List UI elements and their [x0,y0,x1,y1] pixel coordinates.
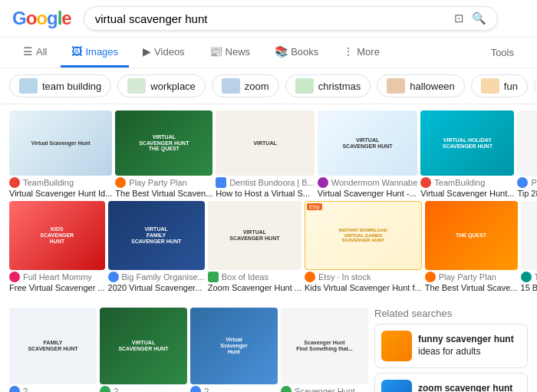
card-source-b1: ? [9,386,97,392]
all-icon: ☰ [23,45,33,58]
camera-icon[interactable]: ⊡ [454,12,464,25]
card-title-r2c6: 15 Best Virtual Scavenger H... [521,283,537,292]
image-r1c6: SCAVENGERHUNT [517,110,537,176]
news-icon: 📰 [209,45,222,58]
card-title-r2c3: Zoom Scavenger Hunt ... [208,283,301,292]
favicon-r1c5 [420,177,431,188]
image-card-r1c2[interactable]: VIRTUALSCAVENGER HUNTTHE QUEST Play Part… [115,110,212,198]
image-card-r1c4[interactable]: VIRTUALSCAVENGER HUNT Wondermom Wannabe … [318,110,418,198]
card-title-r2c5: The Best Virtual Scave... [425,283,518,292]
card-source-b4: Scavenger Hunt [281,386,368,392]
card-title-r1c1: Virtual Scavenger Hunt Id... [9,189,112,198]
image-card-b2[interactable]: VIRTUALSCAVENGER HUNT ? [100,308,187,392]
related-searches-title: Related searches [374,308,528,319]
tabs-bar: ☰ All 🖼 Images ▶ Videos 📰 News 📚 Books ⋮… [0,38,537,68]
related-text-2: zoom scavenger hunt for adults [418,383,521,392]
cat-thumb-zoom [222,78,240,94]
favicon-b1 [9,386,20,392]
image-card-b1[interactable]: FAMILYSCAVENGER HUNT ? [9,308,97,392]
image-card-r2c1[interactable]: KIDSSCAVENGERHUNT Full Heart Mommy Free … [9,201,105,292]
search-input[interactable] [95,12,448,25]
card-source-b2: ? [100,386,187,392]
image-card-r2c6[interactable]: Scavenger Hunt Tagvenue 15 Best Virtual … [521,201,537,292]
image-r2c2: VIRTUALFAMILYSCAVENGER HUNT [108,201,205,270]
tab-books[interactable]: 📚 Books [264,38,329,68]
card-source-r2c6: Tagvenue [521,272,537,282]
card-source-r2c1: Full Heart Mommy [9,272,105,282]
card-title-r1c4: Virtual Scavenger Hunt -... [318,189,418,198]
card-title-r2c1: Free Virtual Scavenger ... [9,283,105,292]
card-title-r1c6: Tip 28: Host a virtual sc... [517,189,537,198]
google-logo: Google [12,8,71,29]
image-card-r2c3[interactable]: VIRTUALSCAVENGER HUNT Box of Ideas Zoom … [208,201,301,292]
cat-fun[interactable]: fun [471,74,528,97]
more-icon: ⋮ [343,45,354,58]
card-title-r1c2: The Best Virtual Scaven... [115,189,212,198]
card-title-r2c4: Kids Virtual Scavenger Hunt f... [305,283,422,292]
image-b1: FAMILYSCAVENGER HUNT [9,308,97,384]
card-title-r1c5: Virtual Scavenger Hunt... [420,189,514,198]
favicon-r2c1 [9,272,20,282]
search-icon[interactable]: 🔍 [472,12,486,25]
card-source-r1c6: ParentSquare Blog [517,177,537,188]
bottom-image-row: FAMILYSCAVENGER HUNT ? VIRTUALSCAVENGER … [9,308,368,392]
image-card-r1c6[interactable]: SCAVENGERHUNT ParentSquare Blog Tip 28: … [517,110,537,198]
image-r1c3: VIRTUAL [216,110,314,176]
image-r2c4: INSTANT DOWNLOADVIRTUAL GAMESSCAVENGER H… [305,201,422,270]
favicon-r1c6 [517,177,528,188]
card-source-b3: ? [190,386,278,392]
tools-button[interactable]: Tools [480,39,525,66]
image-b2: VIRTUALSCAVENGER HUNT [100,308,187,384]
card-source-r2c4: Etsy · In stock [305,272,422,282]
card-source-r2c2: Big Family Organise... [108,272,205,282]
card-source-r1c1: TeamBuilding [9,177,112,188]
image-r1c1: Virtual Scavenger Hunt [9,110,112,176]
related-text-1: funny scavenger hunt ideas for adults [418,334,521,357]
cat-team-building[interactable]: team building [9,74,111,97]
tab-images[interactable]: 🖼 Images [61,38,129,68]
favicon-r2c4 [305,272,315,282]
card-source-r2c5: Play Party Plan [425,272,518,282]
tab-all[interactable]: ☰ All [12,38,58,68]
cat-workplace[interactable]: workplace [117,74,206,97]
cat-thumb-fun [481,78,499,94]
etsy-badge: Etsy [307,203,322,210]
card-title-r2c2: 2020 Virtual Scavenger... [108,283,205,292]
image-row-2: KIDSSCAVENGERHUNT Full Heart Mommy Free … [9,201,528,292]
related-thumb-2 [381,380,412,392]
favicon-r1c4 [318,177,328,188]
card-source-r1c2: Play Party Plan [115,177,212,188]
images-icon: 🖼 [71,45,82,58]
cat-thumb-workplace [127,78,146,94]
cat-zoom[interactable]: zoom [212,74,279,97]
related-item-1[interactable]: funny scavenger hunt ideas for adults [374,324,528,368]
search-bar: ⊡ 🔍 [84,6,498,31]
header: Google ⊡ 🔍 [0,0,537,38]
image-card-r1c1[interactable]: Virtual Scavenger Hunt TeamBuilding Virt… [9,110,112,198]
image-r1c5: VIRTUAL HOLIDAYSCAVENGER HUNT [420,110,514,176]
books-icon: 📚 [275,45,288,58]
image-card-r2c4[interactable]: INSTANT DOWNLOADVIRTUAL GAMESSCAVENGER H… [305,201,422,292]
cat-halloween[interactable]: halloween [377,74,465,97]
related-item-2[interactable]: zoom scavenger hunt for adults [374,373,528,392]
cat-christmas[interactable]: christmas [285,74,371,97]
tab-videos[interactable]: ▶ Videos [132,38,196,68]
favicon-b2 [100,386,110,392]
image-card-r2c5[interactable]: THE QUEST Play Party Plan The Best Virtu… [425,201,518,292]
card-source-r1c5: TeamBuilding [420,177,514,188]
cat-free-printable[interactable]: free printable [534,74,537,97]
image-grid: Virtual Scavenger Hunt TeamBuilding Virt… [0,104,537,301]
image-row-1: Virtual Scavenger Hunt TeamBuilding Virt… [9,110,528,198]
tab-news[interactable]: 📰 News [199,38,262,68]
favicon-b4 [281,386,292,392]
favicon-r1c2 [115,177,126,188]
image-card-b4[interactable]: Scavenger HuntFind Something that... Sca… [281,308,368,392]
image-b3: VirtualScavengerHunt [190,308,278,384]
image-card-r1c3[interactable]: VIRTUAL Dentist Bundoora | B... How to H… [216,110,314,198]
image-card-r1c5[interactable]: VIRTUAL HOLIDAYSCAVENGER HUNT TeamBuildi… [420,110,514,198]
image-card-b3[interactable]: VirtualScavengerHunt ? [190,308,278,392]
favicon-r2c2 [108,272,119,282]
favicon-r1c3 [216,177,226,188]
image-card-r2c2[interactable]: VIRTUALFAMILYSCAVENGER HUNT Big Family O… [108,201,205,292]
tab-more[interactable]: ⋮ More [332,38,390,68]
